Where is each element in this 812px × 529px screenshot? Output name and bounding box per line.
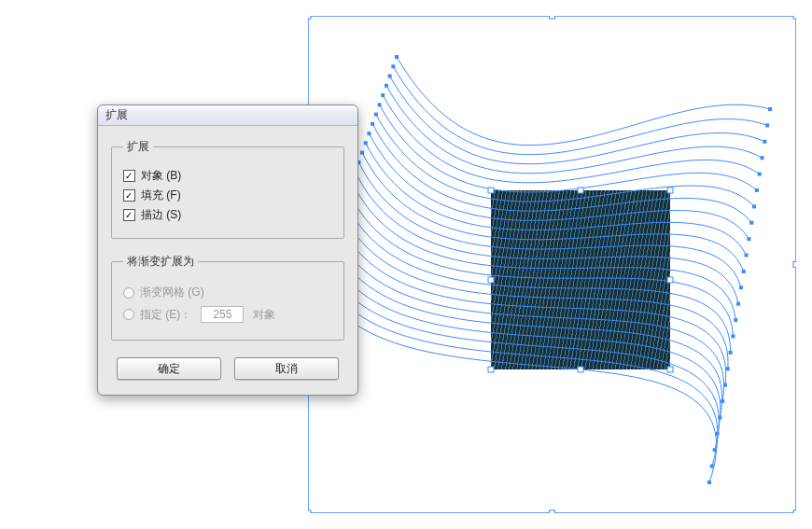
row-fill: 填充 (F)	[123, 188, 332, 203]
svg-rect-12	[374, 113, 378, 117]
svg-rect-57	[578, 188, 583, 193]
svg-rect-58	[667, 188, 673, 193]
row-mesh: 渐变网格 (G)	[123, 285, 332, 300]
checkbox-fill[interactable]	[123, 189, 135, 202]
svg-rect-63	[667, 367, 673, 372]
svg-rect-17	[747, 237, 750, 241]
radio-mesh[interactable]	[123, 287, 134, 299]
svg-rect-21	[742, 270, 746, 273]
label-specify-suffix: 对象	[253, 307, 275, 323]
fieldset-expand: 扩展 对象 (B) 填充 (F) 描边 (S)	[111, 139, 344, 239]
label-specify: 指定 (E)：	[140, 307, 191, 323]
svg-rect-15	[749, 221, 753, 225]
svg-rect-4	[388, 75, 392, 78]
cancel-button[interactable]: 取消	[234, 357, 339, 380]
svg-rect-19	[745, 254, 749, 258]
label-stroke: 描边 (S)	[141, 207, 181, 223]
svg-rect-10	[378, 103, 382, 106]
svg-rect-52	[793, 262, 796, 268]
svg-rect-56	[488, 188, 494, 193]
svg-rect-31	[729, 351, 733, 355]
svg-rect-39	[718, 415, 721, 419]
svg-rect-18	[364, 141, 368, 145]
svg-rect-6	[385, 84, 388, 88]
svg-rect-2	[391, 64, 395, 68]
svg-rect-59	[488, 277, 494, 283]
svg-rect-8	[381, 93, 385, 97]
svg-rect-14	[371, 122, 374, 126]
svg-rect-7	[761, 156, 764, 160]
artboard[interactable]	[308, 16, 796, 513]
svg-rect-45	[710, 465, 714, 468]
svg-rect-35	[723, 383, 727, 387]
svg-rect-11	[755, 188, 759, 192]
dialog-titlebar[interactable]: 扩展	[98, 105, 357, 126]
svg-rect-27	[734, 318, 737, 322]
checkbox-stroke[interactable]	[123, 209, 135, 221]
svg-rect-5	[763, 140, 766, 144]
label-fill: 填充 (F)	[141, 188, 181, 203]
svg-rect-23	[739, 285, 743, 289]
svg-rect-37	[721, 399, 724, 403]
svg-rect-3	[765, 123, 769, 127]
svg-rect-33	[726, 367, 730, 370]
dialog-title: 扩展	[105, 107, 128, 123]
svg-rect-54	[550, 510, 555, 513]
label-mesh: 渐变网格 (G)	[140, 285, 204, 300]
cancel-button-label: 取消	[275, 361, 298, 377]
svg-rect-55	[793, 510, 796, 513]
svg-rect-9	[758, 173, 762, 176]
fieldset-gradient-legend: 将渐变扩展为	[123, 254, 198, 270]
row-stroke: 描边 (S)	[123, 207, 332, 223]
svg-rect-50	[793, 16, 796, 19]
svg-rect-41	[715, 432, 719, 436]
svg-rect-43	[713, 448, 717, 452]
svg-rect-13	[752, 204, 756, 208]
row-specify: 指定 (E)： 255 对象	[123, 306, 332, 323]
checkbox-object[interactable]	[123, 170, 135, 182]
fieldset-expand-legend: 扩展	[123, 139, 153, 155]
svg-rect-1	[768, 107, 772, 111]
svg-rect-47	[707, 480, 711, 484]
svg-rect-20	[360, 151, 364, 155]
label-object: 对象 (B)	[141, 168, 181, 184]
ok-button[interactable]: 确定	[117, 357, 221, 380]
blend-paths-group[interactable]	[308, 16, 796, 513]
svg-rect-60	[667, 277, 673, 283]
svg-rect-25	[736, 302, 740, 306]
expand-dialog: 扩展 扩展 对象 (B) 填充 (F) 描边 (S) 将渐变扩展为 渐变网格 (…	[97, 104, 358, 396]
svg-rect-16	[367, 132, 371, 135]
svg-rect-0	[395, 55, 399, 59]
row-object: 对象 (B)	[123, 168, 332, 184]
svg-rect-29	[731, 334, 735, 338]
specify-input[interactable]: 255	[201, 306, 244, 323]
svg-rect-48	[308, 16, 311, 19]
radio-specify[interactable]	[123, 309, 134, 320]
svg-rect-49	[550, 16, 555, 19]
svg-rect-62	[578, 367, 583, 372]
svg-rect-53	[308, 510, 311, 513]
svg-rect-61	[488, 367, 494, 372]
ok-button-label: 确定	[158, 361, 180, 377]
dialog-body: 扩展 对象 (B) 填充 (F) 描边 (S) 将渐变扩展为 渐变网格 (G)	[98, 126, 357, 395]
dialog-button-row: 确定 取消	[111, 355, 344, 380]
fieldset-gradient: 将渐变扩展为 渐变网格 (G) 指定 (E)： 255 对象	[111, 254, 344, 341]
